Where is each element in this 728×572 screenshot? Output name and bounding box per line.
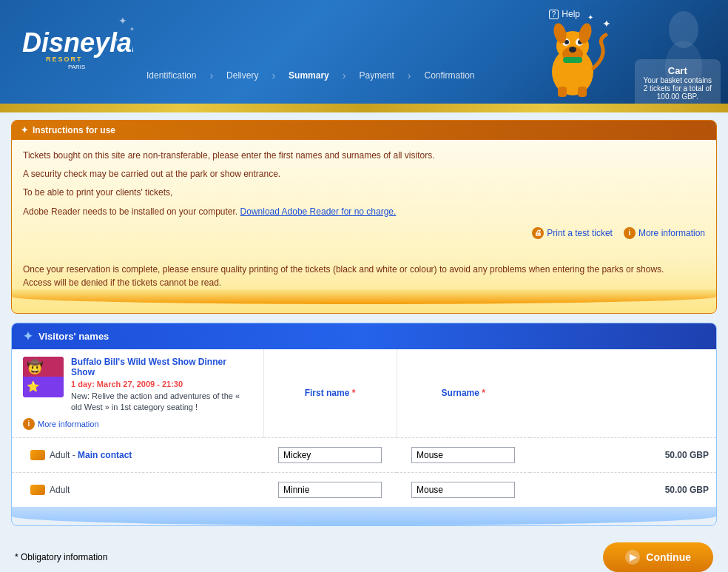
cart-area: Cart Your basket contains2 tickets for a… [635, 59, 721, 104]
obligatory-note: * Obligatory information [15, 552, 107, 562]
visitors-footer-wave [12, 507, 716, 525]
visitor2-label-container: Adult [19, 479, 256, 501]
visitor2-price: 50.00 GBP [530, 472, 716, 507]
print-icon: 🖨 [532, 227, 544, 239]
visitors-title: Visitors' names [38, 331, 109, 342]
line4-pre: Adobe Reader needs to be installed on yo… [23, 206, 237, 217]
pluto-svg: ✦ ✦ [532, 13, 613, 98]
visitor1-main-contact: Main contact [78, 450, 132, 460]
nav-confirmation[interactable]: Confirmation [411, 70, 488, 81]
svg-point-6 [569, 47, 576, 53]
firstname-label: First name [305, 388, 352, 398]
event-date: 1 day: March 27, 2009 - 21:30 [71, 380, 252, 388]
instruction-line4: Adobe Reader needs to be installed on yo… [23, 205, 705, 219]
instructions-box: ✦ Instructions for use Tickets bought on… [11, 120, 717, 314]
col-price-header [530, 349, 716, 437]
event-table: 🤠 ⭐ Buffalo Bill's Wild West Show Dinner… [12, 349, 716, 507]
visitor1-base-type: Adult - [50, 450, 78, 460]
visitor1-firstname-input[interactable] [278, 447, 382, 463]
visitor2-surname-cell [397, 472, 530, 507]
svg-text:⭐: ⭐ [27, 380, 40, 393]
surname-required: * [482, 388, 485, 398]
table-row: Adult - Main contact 50.00 GBP [12, 437, 716, 472]
footer-line1: Once your reservation is complete, pleas… [23, 263, 705, 276]
table-header-row: 🤠 ⭐ Buffalo Bill's Wild West Show Dinner… [12, 349, 716, 437]
print-test-label: Print a test ticket [547, 226, 613, 240]
event-more-label: More information [38, 420, 99, 428]
visitor1-firstname-cell [263, 437, 397, 472]
visitor1-price: 50.00 GBP [530, 437, 716, 472]
coins-inner [0, 104, 728, 112]
svg-text:Disneyland: Disneyland [22, 27, 133, 58]
logo: Disneyland RESORT PARIS [15, 11, 133, 70]
bottom-bar: * Obligatory information ▶ Continue [11, 535, 717, 572]
svg-rect-14 [558, 87, 567, 97]
event-thumb-svg: 🤠 ⭐ [23, 357, 64, 397]
pluto-character: ✦ ✦ [532, 13, 613, 100]
cart-title: Cart [644, 65, 712, 76]
visitors-header: ✦ Visitors' names [12, 323, 716, 349]
nav-delivery[interactable]: Delivery [213, 70, 272, 81]
more-info-icon-top: i [624, 227, 636, 239]
visitor2-type: Adult [50, 485, 70, 495]
download-reader-link[interactable]: Download Adobe Reader for no charge. [240, 206, 397, 217]
visitor2-surname-input[interactable] [411, 482, 515, 498]
ticket-icon-1 [30, 450, 45, 460]
event-info-container: 🤠 ⭐ Buffalo Bill's Wild West Show Dinner… [23, 357, 252, 414]
visitor1-surname-input[interactable] [411, 447, 515, 463]
cart-description: Your basket contains2 tickets for a tota… [644, 76, 712, 101]
visitors-star-icon: ✦ [23, 329, 33, 343]
svg-text:✦: ✦ [587, 13, 593, 21]
instructions-body: Tickets bought on this site are non-tran… [12, 140, 716, 257]
svg-rect-13 [563, 57, 582, 63]
event-desc: New: Relive the action and adventures of… [71, 391, 252, 414]
event-more-icon: i [23, 418, 35, 430]
instructions-header: ✦ Instructions for use [12, 121, 716, 140]
print-test-area: 🖨 Print a test ticket i More information [23, 223, 705, 243]
visitors-section: ✦ Visitors' names 🤠 ⭐ [11, 323, 717, 526]
event-details: Buffalo Bill's Wild West Show Dinner Sho… [71, 357, 252, 414]
visitor1-label-cell: Adult - Main contact [12, 437, 263, 472]
logo-svg: Disneyland RESORT PARIS [15, 11, 133, 70]
nav-payment[interactable]: Payment [346, 70, 407, 81]
more-info-label-top: More information [638, 226, 705, 240]
nav-steps: Identification › Delivery › Summary › Pa… [133, 70, 488, 81]
print-test-link[interactable]: 🖨 Print a test ticket [532, 226, 613, 240]
ticket-icon-2 [30, 485, 45, 495]
firstname-required: * [352, 388, 356, 398]
surname-label: Surname [442, 388, 482, 398]
visitor2-firstname-input[interactable] [278, 482, 382, 498]
visitor1-surname-cell [397, 437, 530, 472]
instruction-line1: Tickets bought on this site are non-tran… [23, 149, 705, 163]
continue-label: Continue [646, 551, 691, 563]
visitor2-label-cell: Adult [12, 472, 263, 507]
continue-button[interactable]: ▶ Continue [603, 542, 713, 572]
event-info-header-cell: 🤠 ⭐ Buffalo Bill's Wild West Show Dinner… [12, 349, 263, 437]
svg-text:✦: ✦ [602, 18, 611, 30]
event-title: Buffalo Bill's Wild West Show Dinner Sho… [71, 357, 252, 377]
col-surname-header: Surname * [397, 349, 530, 437]
instructions-title: Instructions for use [33, 125, 115, 135]
instructions-footer: Once your reservation is complete, pleas… [12, 257, 716, 313]
instruction-line3: To be able to print your clients' ticket… [23, 186, 705, 200]
continue-icon: ▶ [625, 550, 640, 565]
instruction-line2: A security check may be carried out at t… [23, 167, 705, 181]
footer-line2: Access will be denied if the tickets can… [23, 276, 705, 289]
star-icon: ✦ [21, 125, 28, 135]
visitor1-type: Adult - Main contact [50, 450, 132, 460]
event-thumbnail: 🤠 ⭐ [23, 357, 64, 397]
svg-text:🤠: 🤠 [27, 359, 44, 375]
wave-deco [12, 289, 716, 304]
table-row: Adult 50.00 GBP [12, 472, 716, 507]
col-firstname-header: First name * [263, 349, 397, 437]
header: ✦ ✦ ✦ Disneyland RESORT PARIS ? Help Ide… [0, 0, 728, 104]
visitor1-label-container: Adult - Main contact [19, 444, 256, 466]
svg-rect-15 [578, 87, 587, 97]
event-more-info[interactable]: i More information [23, 414, 252, 430]
nav-summary[interactable]: Summary [275, 70, 343, 81]
svg-text:RESORT: RESORT [46, 55, 83, 63]
visitor2-firstname-cell [263, 472, 397, 507]
svg-text:PARIS: PARIS [68, 64, 85, 70]
nav-identification[interactable]: Identification [133, 70, 209, 81]
more-info-link-top[interactable]: i More information [624, 226, 705, 240]
